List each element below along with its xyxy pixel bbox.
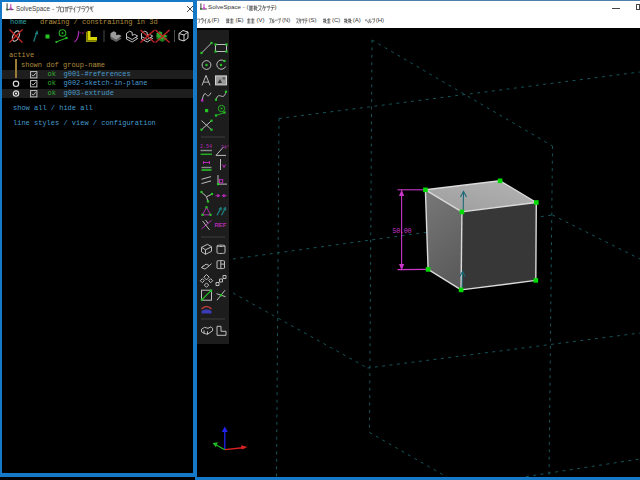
svg-text:74°: 74° [79, 30, 87, 35]
svg-text:50.00: 50.00 [393, 227, 412, 235]
svg-text:REF: REF [215, 222, 227, 228]
svg-text:74°: 74° [221, 145, 229, 150]
svg-text:2.54: 2.54 [200, 144, 212, 150]
